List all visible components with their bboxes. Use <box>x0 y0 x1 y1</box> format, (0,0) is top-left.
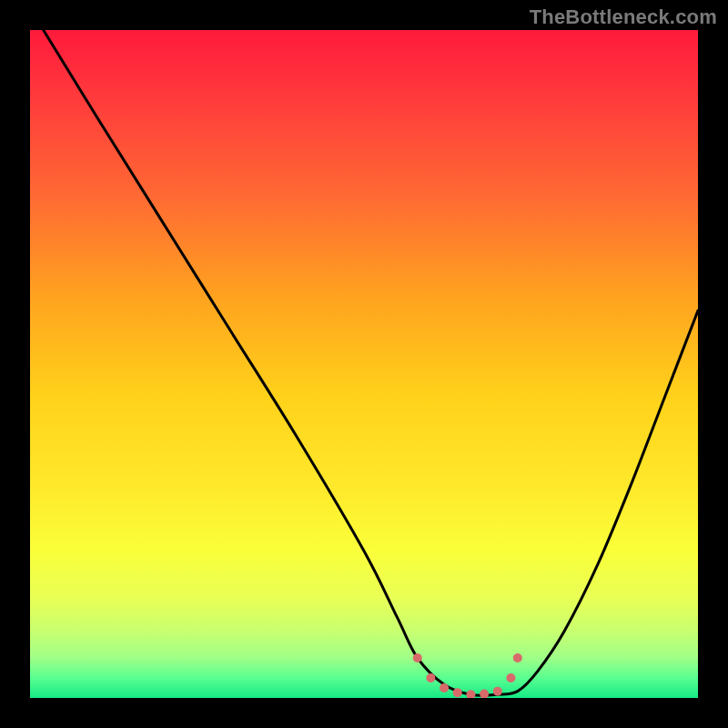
bottleneck-curve <box>44 30 698 695</box>
highlight-dot <box>466 690 475 698</box>
highlight-dot <box>513 653 522 662</box>
chart-svg <box>30 30 698 698</box>
chart-frame: TheBottleneck.com <box>0 0 728 728</box>
highlight-dot <box>453 688 462 697</box>
highlight-dot <box>426 673 435 682</box>
flat-highlight-dots <box>413 653 522 698</box>
highlight-dot <box>480 690 489 698</box>
watermark-text: TheBottleneck.com <box>530 5 717 29</box>
chart-plot-area <box>30 30 698 698</box>
highlight-dot <box>440 683 449 693</box>
highlight-dot <box>493 687 502 696</box>
highlight-dot <box>506 673 515 682</box>
highlight-dot <box>413 653 422 662</box>
